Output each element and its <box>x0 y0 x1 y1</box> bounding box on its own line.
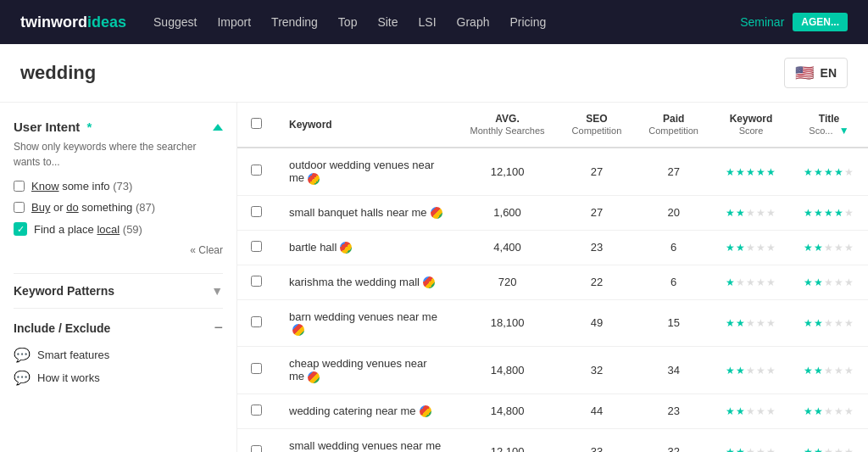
keyword-cell: wedding catering near meG <box>275 393 457 428</box>
keyword-text[interactable]: karishma the wedding mall <box>289 276 420 288</box>
row-checkbox-7[interactable] <box>251 445 262 452</box>
nav-link-pricing[interactable]: Pricing <box>509 15 546 29</box>
avg-monthly-cell: 12,100 <box>457 428 559 452</box>
header-checkbox-cell <box>237 103 275 148</box>
stars-empty: ★ <box>844 166 854 178</box>
header-avg-monthly[interactable]: AVG. Monthly Searches <box>457 103 559 148</box>
stars-empty: ★★★ <box>746 405 776 417</box>
row-checkbox-cell <box>237 195 275 230</box>
table-row: small banquet halls near meG1,6002720★★★… <box>237 195 868 230</box>
keyword-text[interactable]: small wedding venues near me <box>289 439 441 452</box>
title-score-cell: ★★★★★ <box>790 195 868 230</box>
stars-empty: ★★★ <box>746 242 776 254</box>
row-checkbox-5[interactable] <box>251 363 262 374</box>
paid-competition-cell: 20 <box>635 195 712 230</box>
row-checkbox-cell <box>237 299 275 347</box>
avg-monthly-cell: 4,400 <box>457 230 559 265</box>
table-row: karishma the wedding mallG720226★★★★★★★★… <box>237 265 868 299</box>
keyword-cell: bartle hallG <box>275 230 457 265</box>
stars-filled: ★ <box>726 276 736 288</box>
nav-link-top[interactable]: Top <box>338 15 358 29</box>
lang-selector[interactable]: 🇺🇸 EN <box>784 58 848 88</box>
table-body: outdoor wedding venues near meG12,100272… <box>237 148 868 452</box>
row-checkbox-3[interactable] <box>251 276 262 287</box>
chat-bubble-icon: 💬 <box>14 347 31 363</box>
stars-filled: ★★ <box>804 242 824 254</box>
table-header: Keyword AVG. Monthly Searches SEO Compet… <box>237 103 868 148</box>
keyword-text[interactable]: barn wedding venues near me <box>289 310 437 323</box>
seo-competition-cell: 32 <box>559 347 636 394</box>
keywords-table: Keyword AVG. Monthly Searches SEO Compet… <box>237 103 868 452</box>
logo-twinword: twinword <box>20 14 87 31</box>
keyword-cell: karishma the wedding mallG <box>275 265 457 299</box>
nav-agency-badge[interactable]: AGEN... <box>793 13 848 31</box>
keyword-score-cell: ★★★★★ <box>712 195 790 230</box>
nav-link-graph[interactable]: Graph <box>457 15 490 29</box>
paid-competition-cell: 23 <box>635 393 712 428</box>
collapse-icon[interactable] <box>213 124 223 131</box>
nav-link-site[interactable]: Site <box>377 15 398 29</box>
stars-filled: ★★ <box>804 276 824 288</box>
intent-buy-checkbox[interactable] <box>14 202 25 213</box>
intent-find-checkbox-checked[interactable]: ✓ <box>14 222 27 236</box>
title-score-cell: ★★★★★ <box>790 230 868 265</box>
avg-monthly-cell: 18,100 <box>457 299 559 347</box>
header-title-score[interactable]: Title Sco... ▼ <box>790 103 868 148</box>
google-g-icon: G <box>308 173 320 185</box>
keyword-text[interactable]: wedding catering near me <box>289 405 416 417</box>
nav-link-lsi[interactable]: LSI <box>419 15 437 29</box>
keyword-text[interactable]: bartle hall <box>289 241 337 254</box>
keyword-score-cell: ★★★★★ <box>712 230 790 265</box>
avg-monthly-cell: 12,100 <box>457 148 559 195</box>
row-checkbox-4[interactable] <box>251 316 262 327</box>
stars-filled: ★★ <box>804 405 824 417</box>
search-bar: wedding 🇺🇸 EN <box>0 44 868 103</box>
row-checkbox-cell <box>237 393 275 428</box>
keyword-text[interactable]: small banquet halls near me <box>289 206 427 219</box>
row-checkbox-1[interactable] <box>251 206 262 217</box>
sidebar: User Intent * Show only keywords where t… <box>0 103 237 452</box>
stars-filled: ★★ <box>804 365 824 377</box>
main-layout: User Intent * Show only keywords where t… <box>0 103 868 452</box>
seo-competition-cell: 49 <box>559 299 636 347</box>
nav-seminar-link[interactable]: Seminar <box>740 15 784 29</box>
stars-filled: ★★ <box>804 446 824 452</box>
keyword-patterns-section[interactable]: Keyword Patterns ▼ <box>14 273 223 308</box>
select-all-checkbox[interactable] <box>251 118 262 129</box>
intent-option-know: Know some info (73) <box>14 180 223 193</box>
keyword-score-cell: ★★★★★ <box>712 265 790 299</box>
row-checkbox-cell <box>237 428 275 452</box>
seo-competition-cell: 44 <box>559 393 636 428</box>
paid-competition-cell: 15 <box>635 299 712 347</box>
header-keyword[interactable]: Keyword <box>275 103 457 148</box>
logo[interactable]: twinword ideas <box>20 14 126 31</box>
how-it-works-item[interactable]: 💬 How it works <box>14 370 223 386</box>
intent-option-buy: Buy or do something (87) <box>14 201 223 214</box>
header-keyword-score[interactable]: Keyword Score <box>712 103 790 148</box>
smart-features-item[interactable]: 💬 Smart features <box>14 347 223 363</box>
header-seo-competition[interactable]: SEO Competition <box>559 103 636 148</box>
clear-link[interactable]: « Clear <box>14 244 223 256</box>
include-exclude-section[interactable]: Include / Exclude − <box>14 308 223 347</box>
stars-filled: ★★ <box>804 317 824 329</box>
seo-competition-cell: 23 <box>559 230 636 265</box>
keyword-cell: barn wedding venues near meG <box>275 299 457 347</box>
table-row: outdoor wedding venues near meG12,100272… <box>237 148 868 195</box>
row-checkbox-cell <box>237 230 275 265</box>
nav-link-suggest[interactable]: Suggest <box>153 15 197 29</box>
intent-know-checkbox[interactable] <box>14 181 25 192</box>
header-paid-competition[interactable]: Paid Competition <box>635 103 712 148</box>
stars-empty: ★★★ <box>746 317 776 329</box>
row-checkbox-6[interactable] <box>251 405 262 416</box>
nav-link-import[interactable]: Import <box>217 15 251 29</box>
row-checkbox-2[interactable] <box>251 241 262 252</box>
stars-empty: ★★★ <box>824 242 854 254</box>
stars-filled: ★★ <box>726 242 746 254</box>
row-checkbox-0[interactable] <box>251 165 262 176</box>
keyword-score-cell: ★★★★★ <box>712 393 790 428</box>
seo-competition-cell: 27 <box>559 195 636 230</box>
nav-link-trending[interactable]: Trending <box>271 15 318 29</box>
keyword-score-cell: ★★★★★ <box>712 299 790 347</box>
user-intent-description: Show only keywords where the searcher wa… <box>14 139 223 170</box>
title-score-cell: ★★★★★ <box>790 148 868 195</box>
